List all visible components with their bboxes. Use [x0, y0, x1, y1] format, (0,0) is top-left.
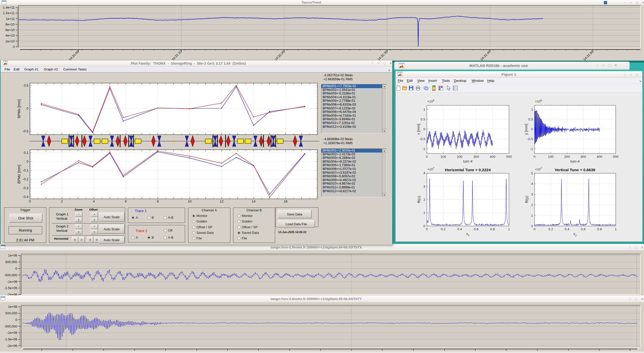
svg-text:1.2e+11: 1.2e+11 — [3, 11, 15, 15]
svg-text:turn #: turn # — [463, 159, 472, 163]
svg-text:fft(y): fft(y) — [525, 196, 529, 203]
svg-text:0.6: 0.6 — [474, 227, 479, 231]
svg-text:BPMx [mm]: BPMx [mm] — [17, 99, 21, 118]
svg-text:2: 2 — [531, 203, 533, 207]
svg-text:0.2: 0.2 — [548, 227, 553, 231]
svg-text:0: 0 — [15, 267, 17, 270]
svg-text:4: 4 — [531, 182, 533, 186]
svg-text:1.4e+11: 1.4e+11 — [3, 6, 15, 9]
svg-text:-0.5: -0.5 — [527, 137, 533, 141]
svg-text:νy: νy — [573, 232, 577, 237]
svg-text:2: 2 — [61, 199, 63, 203]
svg-text:×107: ×107 — [535, 167, 542, 171]
svg-text:-0.5: -0.5 — [419, 137, 425, 141]
svg-text:Vertical Tune = 0.6639: Vertical Tune = 0.6639 — [555, 168, 595, 172]
svg-text:14: 14 — [252, 199, 256, 203]
svg-text:×107: ×107 — [427, 167, 434, 171]
svg-text:-0.1: -0.1 — [23, 168, 28, 172]
svg-text:-0.5: -0.5 — [23, 129, 28, 133]
svg-text:0.5: 0.5 — [24, 84, 28, 87]
svg-text:y [mm]: y [mm] — [524, 124, 528, 135]
svg-text:0: 0 — [15, 318, 17, 322]
svg-text:500,000: 500,000 — [5, 311, 17, 315]
svg-text:1e+06: 1e+06 — [8, 305, 17, 309]
svg-text:-1e+06: -1e+06 — [7, 331, 17, 335]
svg-text:0: 0 — [13, 45, 15, 49]
svg-text:4e+10: 4e+10 — [5, 34, 15, 37]
svg-text:1e+06: 1e+06 — [8, 254, 17, 257]
svg-text:0.5: 0.5 — [528, 117, 533, 121]
svg-text:-0.3: -0.3 — [23, 186, 28, 190]
svg-text:500: 500 — [506, 155, 512, 159]
svg-text:0: 0 — [29, 199, 31, 203]
svg-text:0: 0 — [27, 160, 28, 163]
svg-text:400: 400 — [597, 155, 603, 159]
svg-text:BPMz [mm]: BPMz [mm] — [17, 165, 21, 184]
svg-text:0: 0 — [534, 227, 536, 231]
svg-text:6e+10: 6e+10 — [5, 28, 15, 32]
svg-text:1: 1 — [508, 227, 510, 231]
svg-text:-1: -1 — [422, 147, 425, 151]
svg-text:1: 1 — [531, 214, 533, 217]
svg-text:-1: -1 — [530, 147, 533, 151]
svg-text:0: 0 — [423, 224, 425, 228]
svg-text:0.8: 0.8 — [597, 227, 602, 231]
svg-text:0.8: 0.8 — [490, 227, 495, 231]
svg-text:0: 0 — [531, 127, 533, 131]
svg-text:0: 0 — [27, 107, 28, 110]
svg-text:-1.5e+06: -1.5e+06 — [4, 286, 17, 290]
svg-text:14:31:20: 14:31:20 — [274, 50, 285, 61]
svg-text:14:31:10: 14:31:10 — [171, 50, 183, 61]
svg-text:-0.4: -0.4 — [23, 195, 28, 199]
svg-text:8: 8 — [157, 199, 159, 203]
svg-text:1: 1 — [423, 211, 425, 215]
svg-text:500: 500 — [613, 155, 619, 159]
svg-text:200: 200 — [457, 155, 463, 159]
svg-text:14:31:50: 14:31:50 — [583, 50, 594, 61]
svg-text:turn #: turn # — [570, 159, 580, 163]
svg-text:10: 10 — [188, 199, 192, 203]
svg-text:16: 16 — [284, 199, 287, 203]
svg-text:3: 3 — [531, 192, 533, 196]
svg-text:νx: νx — [466, 232, 470, 237]
svg-text:0: 0 — [426, 155, 428, 159]
svg-text:0: 0 — [426, 227, 428, 231]
svg-text:1: 1 — [531, 108, 533, 111]
svg-text:1e+11: 1e+11 — [6, 17, 15, 21]
svg-text:5: 5 — [531, 171, 533, 175]
svg-text:0.4: 0.4 — [565, 227, 569, 231]
svg-text:300: 300 — [473, 155, 479, 159]
svg-text:500,000: 500,000 — [5, 260, 17, 264]
svg-text:-2e+06: -2e+06 — [7, 344, 17, 348]
svg-text:4: 4 — [423, 171, 425, 175]
svg-text:×106: ×106 — [427, 99, 434, 103]
svg-text:1: 1 — [423, 108, 425, 111]
svg-text:300: 300 — [580, 155, 586, 159]
svg-text:-500,000: -500,000 — [4, 273, 17, 277]
svg-text:6: 6 — [125, 199, 127, 203]
svg-text:400: 400 — [490, 155, 496, 159]
svg-text:x [mm]: x [mm] — [416, 124, 420, 135]
svg-text:-2e+06: -2e+06 — [7, 293, 17, 295]
svg-text:3: 3 — [423, 185, 425, 188]
svg-text:0.2: 0.2 — [441, 227, 446, 231]
svg-text:0: 0 — [531, 224, 533, 228]
svg-text:fft(x): fft(x) — [417, 196, 421, 203]
svg-text:14:31:30: 14:31:30 — [377, 50, 388, 61]
svg-text:0: 0 — [423, 127, 425, 131]
svg-text:200: 200 — [564, 155, 570, 159]
svg-text:-0.2: -0.2 — [23, 177, 28, 181]
svg-text:2: 2 — [423, 198, 425, 201]
svg-text:12: 12 — [220, 199, 224, 203]
svg-text:4: 4 — [93, 199, 95, 203]
svg-text:0.1: 0.1 — [24, 151, 28, 155]
svg-text:×106: ×106 — [535, 99, 542, 103]
svg-text:Horizontal Tune = 0.2224: Horizontal Tune = 0.2224 — [445, 168, 491, 172]
svg-text:8e+10: 8e+10 — [5, 22, 15, 26]
svg-text:1: 1 — [615, 227, 617, 231]
svg-text:0.5: 0.5 — [420, 117, 425, 121]
svg-text:14:31:00: 14:31:00 — [68, 50, 80, 61]
svg-text:2e+10: 2e+10 — [5, 39, 15, 43]
svg-text:0.4: 0.4 — [457, 227, 462, 231]
svg-text:14:31:40: 14:31:40 — [480, 50, 491, 61]
